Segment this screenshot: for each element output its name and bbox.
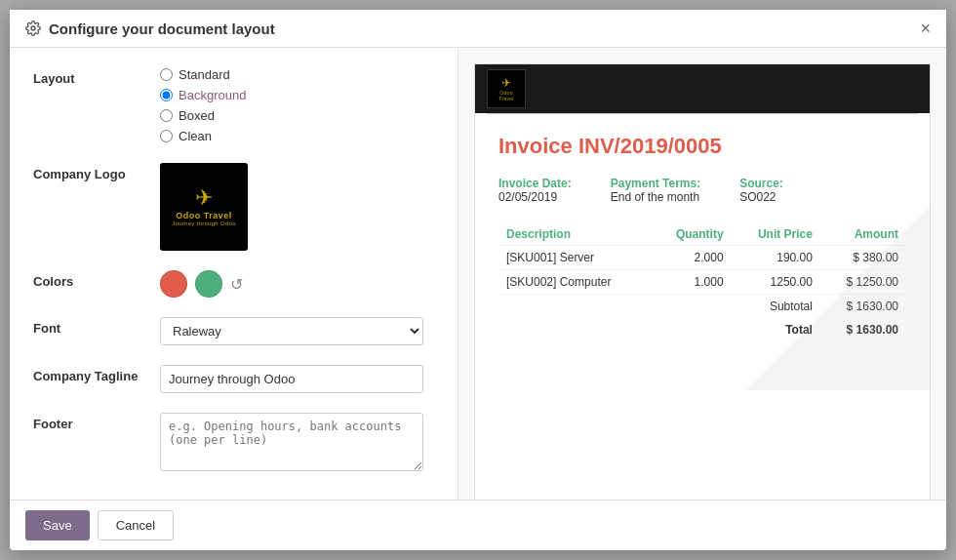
meta-payment-terms-value: End of the month xyxy=(611,190,700,204)
radio-clean[interactable]: Clean xyxy=(160,129,434,143)
company-logo-image[interactable]: ✈ Odoo Travel Journey through Odoo xyxy=(160,163,248,251)
radio-group: Standard Background Boxed xyxy=(160,67,434,143)
radio-boxed-label: Boxed xyxy=(179,108,215,123)
font-row: Font Raleway Roboto Open Sans Lato Monts… xyxy=(33,317,434,345)
preview-logo-text2: Travel xyxy=(498,96,514,101)
radio-clean-label: Clean xyxy=(179,129,212,143)
preview-header-bar: ✈ Odoo Travel xyxy=(475,64,930,113)
cancel-button[interactable]: Cancel xyxy=(98,510,174,540)
preview-logo-bird: ✈ xyxy=(501,76,511,90)
refresh-colors-icon[interactable]: ↺ xyxy=(230,275,243,294)
modal-body: Layout Standard Background xyxy=(10,48,946,500)
colors-row: Colors ↺ xyxy=(33,270,434,298)
meta-payment-terms-label: Payment Terms: xyxy=(611,177,700,190)
save-button[interactable]: Save xyxy=(25,510,90,540)
radio-clean-input[interactable] xyxy=(160,130,173,142)
th-quantity: Quantity xyxy=(652,223,732,246)
logo-content: ✈ Odoo Travel Journey through Odoo xyxy=(160,163,248,251)
radio-background[interactable]: Background xyxy=(160,88,434,102)
preview-container: ✈ Odoo Travel Invoice INV/2019/0005 xyxy=(474,63,931,500)
colors-content: ↺ xyxy=(160,270,434,298)
color-picker-1[interactable] xyxy=(160,270,187,298)
company-logo-row: Company Logo ✈ Odoo Travel Journey throu… xyxy=(33,163,434,251)
font-content: Raleway Roboto Open Sans Lato Montserrat xyxy=(160,317,434,345)
layout-row: Layout Standard Background xyxy=(33,67,434,143)
modal-overlay: Configure your document layout × Layout … xyxy=(0,0,956,560)
subtotal-spacer xyxy=(498,295,732,319)
colors-label: Colors xyxy=(33,270,160,289)
company-logo-label: Company Logo xyxy=(33,163,160,181)
meta-invoice-date-value: 02/05/2019 xyxy=(498,190,572,204)
layout-options: Standard Background Boxed xyxy=(160,67,434,143)
company-logo-content: ✈ Odoo Travel Journey through Odoo xyxy=(160,163,434,251)
left-panel: Layout Standard Background xyxy=(10,48,458,500)
invoice-title: Invoice INV/2019/0005 xyxy=(498,134,906,159)
radio-standard[interactable]: Standard xyxy=(160,67,434,82)
radio-standard-input[interactable] xyxy=(160,68,173,81)
radio-boxed[interactable]: Boxed xyxy=(160,108,434,123)
footer-textarea[interactable] xyxy=(160,413,423,471)
logo-bird-icon: ✈ xyxy=(195,187,213,209)
logo-text-sub: Journey through Odoo xyxy=(172,220,236,226)
footer-content xyxy=(160,413,434,474)
footer-row: Footer xyxy=(33,413,434,474)
gear-icon xyxy=(25,20,41,36)
row1-qty: 2.000 xyxy=(652,246,732,270)
modal-footer: Save Cancel xyxy=(10,500,946,550)
svg-point-0 xyxy=(31,26,35,30)
th-description: Description xyxy=(498,223,652,246)
row1-desc: [SKU001] Server xyxy=(498,246,652,270)
modal-header: Configure your document layout × xyxy=(10,10,946,48)
tagline-content xyxy=(160,365,434,393)
radio-background-input[interactable] xyxy=(160,89,173,101)
modal-header-left: Configure your document layout xyxy=(25,20,275,37)
font-label: Font xyxy=(33,317,160,336)
color-picker-2[interactable] xyxy=(195,270,222,298)
preview-body: Invoice INV/2019/0005 Invoice Date: 02/0… xyxy=(475,114,930,361)
color-pickers: ↺ xyxy=(160,270,434,298)
configure-layout-modal: Configure your document layout × Layout … xyxy=(10,10,946,550)
row2-qty: 1.000 xyxy=(652,270,732,295)
tagline-row: Company Tagline xyxy=(33,365,434,393)
logo-text-main: Odoo Travel xyxy=(176,211,232,220)
total-spacer xyxy=(498,318,732,341)
meta-payment-terms: Payment Terms: End of the month xyxy=(611,177,700,204)
radio-background-label: Background xyxy=(179,88,246,102)
radio-boxed-input[interactable] xyxy=(160,109,173,122)
radio-standard-label: Standard xyxy=(179,67,230,82)
svg-marker-1 xyxy=(744,176,931,390)
preview-watermark xyxy=(744,176,931,390)
row2-desc: [SKU002] Computer xyxy=(498,270,652,295)
meta-invoice-date-label: Invoice Date: xyxy=(498,177,572,190)
preview-logo: ✈ Odoo Travel xyxy=(487,69,526,108)
tagline-input[interactable] xyxy=(160,365,423,393)
tagline-label: Company Tagline xyxy=(33,365,160,383)
footer-label: Footer xyxy=(33,413,160,431)
layout-label: Layout xyxy=(33,67,160,86)
meta-invoice-date: Invoice Date: 02/05/2019 xyxy=(498,177,572,204)
modal-title: Configure your document layout xyxy=(49,20,275,37)
preview-panel: ✈ Odoo Travel Invoice INV/2019/0005 xyxy=(458,48,946,500)
close-button[interactable]: × xyxy=(920,20,931,37)
font-select[interactable]: Raleway Roboto Open Sans Lato Montserrat xyxy=(160,317,423,345)
